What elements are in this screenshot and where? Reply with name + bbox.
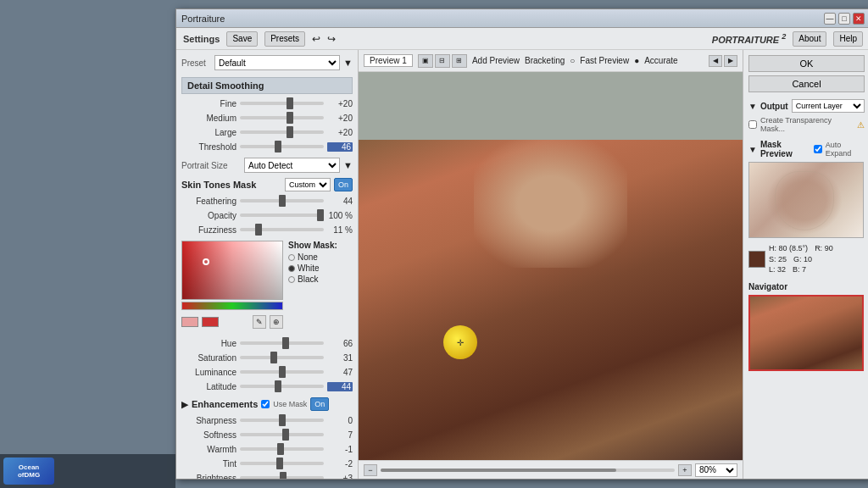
fine-slider[interactable] [240, 102, 324, 105]
create-mask-checkbox[interactable] [748, 120, 757, 129]
portraiture-brand: PORTRAITURE 2 [712, 32, 786, 45]
navigator-image[interactable] [748, 295, 864, 371]
latitude-slider-container [240, 380, 324, 392]
tint-slider-row: Tint -2 [181, 458, 353, 469]
none-radio[interactable] [288, 254, 295, 261]
prev-btn[interactable]: ◀ [709, 55, 722, 67]
zoom-select[interactable]: 80% 100% 50% [695, 463, 737, 477]
taskbar-icon[interactable]: OceanofDMG [3, 458, 54, 485]
brightness-value: +3 [327, 474, 353, 480]
use-mask-label: Use Mask [273, 400, 307, 408]
mask-face-outline [775, 171, 834, 230]
brightness-slider-row: Brightness +3 [181, 472, 353, 479]
tint-value: -2 [327, 459, 353, 469]
fuzziness-slider[interactable] [240, 228, 324, 231]
grid-view-btn[interactable]: ⊞ [452, 54, 467, 68]
presets-button[interactable]: Presets [264, 31, 305, 47]
auto-expand-checkbox[interactable] [814, 145, 822, 153]
split-view-btn[interactable]: ⊟ [435, 54, 450, 68]
accurate-label[interactable]: Accurate [644, 56, 677, 65]
sharpness-slider-row: Sharpness 0 [181, 414, 353, 426]
eyedropper2-button[interactable]: ⊕ [270, 315, 283, 329]
close-button[interactable]: ✕ [853, 13, 865, 25]
enhancements-arrow[interactable]: ▶ [181, 399, 188, 410]
output-select[interactable]: Current Layer [792, 99, 865, 113]
luminance-slider-row: Luminance 47 [181, 366, 353, 378]
preset-select[interactable]: Default [214, 55, 340, 70]
fast-preview-label[interactable]: Fast Preview [580, 56, 629, 65]
zoom-out-btn[interactable]: − [364, 464, 377, 476]
opacity-slider[interactable] [240, 214, 324, 217]
save-button[interactable]: Save [226, 31, 258, 47]
large-slider-row: Large +20 [181, 126, 353, 138]
left-panel: Preset Default ▼ Detail Smoothing Fine +… [176, 50, 359, 479]
white-radio[interactable] [288, 265, 295, 272]
maximize-button[interactable]: □ [838, 13, 850, 25]
r-value: R: 90 [815, 243, 833, 254]
black-radio[interactable] [288, 276, 295, 283]
undo-icon[interactable]: ↩ [312, 33, 320, 45]
preset-row: Preset Default ▼ [181, 55, 353, 70]
eyedropper-button[interactable]: ✎ [253, 315, 266, 329]
softness-slider[interactable] [240, 433, 324, 436]
use-mask-checkbox[interactable] [261, 400, 270, 408]
fuzziness-slider-container [240, 224, 324, 236]
show-mask-none[interactable]: None [288, 252, 337, 262]
mask-preview-arrow[interactable]: ▼ [748, 145, 757, 154]
about-button[interactable]: About [793, 31, 826, 47]
latitude-slider[interactable] [240, 385, 324, 388]
zoom-in-btn[interactable]: + [678, 464, 692, 476]
portrait-size-select[interactable]: Auto Detect [244, 158, 340, 173]
minimize-button[interactable]: — [824, 13, 836, 25]
help-button[interactable]: Help [833, 31, 863, 47]
sharpness-slider[interactable] [240, 419, 324, 422]
brightness-slider[interactable] [240, 476, 324, 479]
skin-tones-preset-select[interactable]: Custom [285, 178, 331, 191]
title-bar: Portraiture — □ ✕ [176, 9, 868, 28]
medium-slider-row: Medium +20 [181, 112, 353, 124]
zoom-slider-fill [381, 469, 616, 472]
threshold-slider[interactable] [240, 145, 324, 148]
skin-tones-on-button[interactable]: On [334, 178, 353, 191]
saturation-slider[interactable] [240, 356, 324, 359]
softness-label: Softness [181, 430, 236, 440]
output-arrow[interactable]: ▼ [748, 102, 757, 111]
tint-label: Tint [181, 459, 236, 469]
medium-slider[interactable] [240, 116, 324, 119]
sharpness-slider-container [240, 414, 324, 426]
add-preview-btn[interactable]: Add Preview [472, 56, 520, 65]
accurate-radio[interactable]: ● [634, 56, 639, 65]
hue-bar[interactable] [181, 302, 283, 310]
preview-tab-1[interactable]: Preview 1 [364, 54, 413, 67]
color-gradient-inner [182, 241, 282, 299]
sharpness-value: 0 [327, 416, 353, 425]
cancel-button[interactable]: Cancel [748, 75, 865, 92]
portrait-size-dropdown-icon: ▼ [343, 160, 353, 170]
show-mask-black[interactable]: Black [288, 274, 337, 284]
hue-value: 66 [327, 339, 353, 348]
settings-label: Settings [183, 34, 220, 44]
fast-preview-radio[interactable]: ○ [570, 56, 575, 65]
feathering-slider[interactable] [240, 199, 324, 202]
next-btn[interactable]: ▶ [724, 55, 737, 67]
luminance-slider[interactable] [240, 370, 324, 374]
color-gradient[interactable] [181, 241, 283, 300]
output-header: ▼ Output Current Layer [748, 99, 865, 113]
show-mask-white[interactable]: White [288, 263, 337, 273]
single-view-btn[interactable]: ▣ [418, 54, 433, 68]
sharpness-label: Sharpness [181, 416, 236, 425]
brightness-slider-container [240, 472, 324, 479]
portrait-size-row: Portrait Size Auto Detect ▼ [181, 158, 353, 173]
warmth-slider[interactable] [240, 447, 324, 451]
large-slider[interactable] [240, 130, 324, 134]
bracketing-btn[interactable]: Bracketing [525, 56, 565, 65]
color-picker-selector[interactable] [203, 258, 209, 265]
softness-slider-row: Softness 7 [181, 429, 353, 441]
tint-slider[interactable] [240, 462, 324, 465]
enhancements-on-button[interactable]: On [310, 397, 329, 411]
hue-slider[interactable] [240, 341, 324, 345]
ok-button[interactable]: OK [748, 55, 865, 72]
skin-tones-title: Skin Tones Mask [181, 180, 281, 190]
redo-icon[interactable]: ↪ [327, 33, 336, 45]
right-panel: OK Cancel ▼ Output Current Layer Create … [743, 50, 868, 479]
